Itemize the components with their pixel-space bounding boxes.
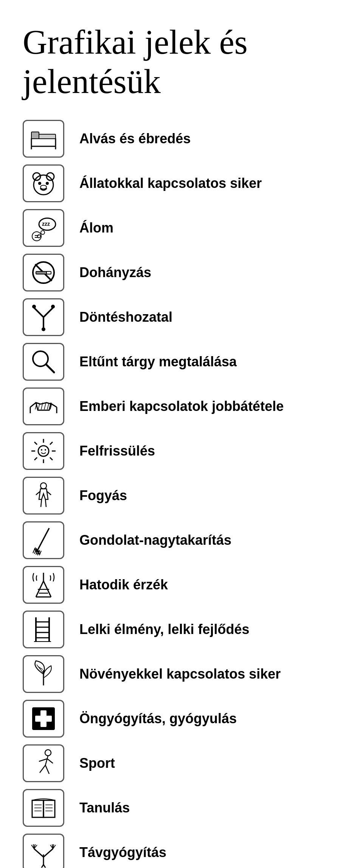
dohanzas-label: Dohányzás [79, 265, 151, 281]
svg-line-50 [41, 499, 42, 507]
allatokkal-icon [23, 164, 64, 202]
svg-line-48 [34, 457, 37, 460]
alom-icon: zzz [23, 209, 64, 247]
page-title-line1: Grafikai jelek és [23, 23, 340, 62]
list-item: Alvás és ébredés [23, 120, 340, 158]
svg-point-38 [38, 446, 49, 456]
svg-line-45 [34, 442, 37, 445]
hatodik-label: Hatodik érzék [79, 577, 168, 593]
noveny-label: Növényekkel kapcsolatos siker [79, 666, 281, 682]
svg-line-47 [50, 442, 53, 445]
tavgyogy-icon [23, 834, 64, 868]
svg-line-35 [44, 403, 46, 409]
fogyas-label: Fogyás [79, 488, 127, 504]
list-item: Állatokkal kapcsolatos siker [23, 164, 340, 202]
eltunt-label: Eltűnt tárgy megtalálása [79, 354, 237, 370]
list-item: Eltűnt tárgy megtalálása [23, 343, 340, 381]
list-item: Fogyás [23, 477, 340, 515]
emberi-label: Emberi kapcsolatok jobbátétele [79, 398, 284, 414]
list-item: zzz Álom [23, 209, 340, 247]
list-item: Sport [23, 744, 340, 782]
svg-point-26 [51, 305, 55, 308]
svg-point-25 [32, 305, 36, 308]
list-item: Emberi kapcsolatok jobbátétele [23, 388, 340, 425]
sport-icon [23, 744, 64, 782]
dohanzas-icon [23, 254, 64, 291]
svg-point-27 [42, 327, 45, 331]
svg-point-39 [41, 449, 42, 451]
svg-line-46 [50, 457, 53, 460]
svg-line-23 [34, 308, 43, 317]
tanulas-icon [23, 789, 64, 827]
svg-point-10 [40, 185, 47, 189]
svg-line-83 [47, 759, 53, 763]
alom-label: Álom [79, 220, 113, 236]
allatokkal-label: Állatokkal kapcsolatos siker [79, 175, 262, 191]
svg-line-79 [45, 756, 48, 765]
svg-line-51 [45, 499, 46, 507]
hatodik-icon [23, 566, 64, 604]
svg-line-82 [39, 759, 47, 761]
svg-point-14 [32, 232, 41, 241]
list-item: Lelki élmény, lelki fejlődés [23, 611, 340, 648]
svg-line-36 [47, 403, 49, 409]
ongyogy-label: Öngyógyítás, gyógyulás [79, 711, 237, 727]
felfrissules-icon [23, 432, 64, 470]
dontes-label: Döntéshozatal [79, 309, 172, 325]
list-item: Öngyógyítás, gyógyulás [23, 700, 340, 738]
svg-line-54 [38, 528, 49, 550]
alvas-icon [23, 120, 64, 158]
svg-text:zzz: zzz [42, 221, 50, 227]
list-item: Távgyógyítás [23, 834, 340, 868]
svg-line-93 [43, 849, 53, 857]
tanulas-label: Tanulás [79, 800, 130, 816]
svg-point-8 [38, 182, 41, 185]
tavgyogy-label: Távgyógyítás [79, 845, 166, 860]
eltunt-icon [23, 343, 64, 381]
svg-line-29 [46, 364, 54, 372]
svg-line-80 [40, 765, 45, 773]
svg-rect-21 [47, 271, 51, 274]
list-item: Gondolat-nagytakarítás [23, 521, 340, 559]
gondolat-label: Gondolat-nagytakarítás [79, 532, 231, 548]
alvas-label: Alvás és ébredés [79, 131, 191, 147]
svg-line-102 [40, 865, 43, 868]
gondolat-icon [23, 521, 64, 559]
list-item: Hatodik érzék [23, 566, 340, 604]
sport-label: Sport [79, 755, 115, 771]
emberi-icon [23, 388, 64, 425]
list-item: Dohányzás [23, 254, 340, 291]
svg-line-103 [43, 865, 47, 868]
title-section: Grafikai jelek és jelentésük [23, 15, 340, 105]
svg-rect-2 [31, 132, 39, 139]
felfrissules-label: Felfrissülés [79, 443, 155, 459]
list-item: Tanulás [23, 789, 340, 827]
svg-point-9 [46, 182, 49, 185]
svg-point-40 [45, 449, 46, 451]
svg-rect-77 [35, 716, 52, 722]
list-item: Növényekkel kapcsolatos siker [23, 655, 340, 693]
svg-point-12 [41, 231, 45, 234]
items-list: Alvás és ébredés Állatokkal kapcsolatos … [23, 120, 340, 868]
lelki-label: Lelki élmény, lelki fejlődés [79, 622, 250, 637]
list-item: Felfrissülés [23, 432, 340, 470]
ongyogy-icon [23, 700, 64, 738]
lelki-icon [23, 611, 64, 648]
noveny-icon [23, 655, 64, 693]
svg-line-92 [34, 849, 43, 857]
svg-line-81 [45, 765, 49, 774]
svg-line-33 [38, 403, 40, 409]
svg-point-49 [40, 483, 47, 489]
list-item: Döntéshozatal [23, 298, 340, 336]
fogyas-icon [23, 477, 64, 515]
svg-line-24 [43, 308, 53, 317]
svg-point-78 [45, 750, 51, 756]
svg-rect-0 [31, 138, 56, 146]
dontes-icon [23, 298, 64, 336]
page-title-line2: jelentésük [23, 62, 340, 101]
